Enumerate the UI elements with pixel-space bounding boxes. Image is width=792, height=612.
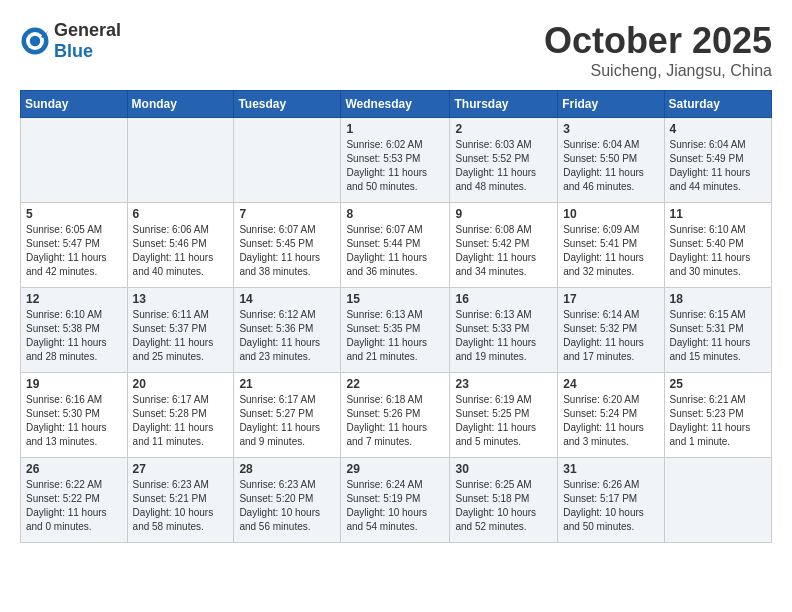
- day-number: 20: [133, 377, 229, 391]
- title-block: October 2025 Suicheng, Jiangsu, China: [544, 20, 772, 80]
- calendar-cell: 10Sunrise: 6:09 AM Sunset: 5:41 PM Dayli…: [558, 203, 664, 288]
- day-number: 24: [563, 377, 658, 391]
- day-info: Sunrise: 6:04 AM Sunset: 5:49 PM Dayligh…: [670, 138, 766, 194]
- calendar-cell: 4Sunrise: 6:04 AM Sunset: 5:49 PM Daylig…: [664, 118, 771, 203]
- weekday-header-sunday: Sunday: [21, 91, 128, 118]
- location-subtitle: Suicheng, Jiangsu, China: [544, 62, 772, 80]
- calendar-cell: 7Sunrise: 6:07 AM Sunset: 5:45 PM Daylig…: [234, 203, 341, 288]
- calendar-cell: 17Sunrise: 6:14 AM Sunset: 5:32 PM Dayli…: [558, 288, 664, 373]
- day-info: Sunrise: 6:13 AM Sunset: 5:35 PM Dayligh…: [346, 308, 444, 364]
- calendar-cell: 24Sunrise: 6:20 AM Sunset: 5:24 PM Dayli…: [558, 373, 664, 458]
- calendar-cell: 5Sunrise: 6:05 AM Sunset: 5:47 PM Daylig…: [21, 203, 128, 288]
- day-info: Sunrise: 6:26 AM Sunset: 5:17 PM Dayligh…: [563, 478, 658, 534]
- day-info: Sunrise: 6:24 AM Sunset: 5:19 PM Dayligh…: [346, 478, 444, 534]
- day-info: Sunrise: 6:10 AM Sunset: 5:38 PM Dayligh…: [26, 308, 122, 364]
- day-number: 25: [670, 377, 766, 391]
- day-number: 13: [133, 292, 229, 306]
- calendar-cell: 12Sunrise: 6:10 AM Sunset: 5:38 PM Dayli…: [21, 288, 128, 373]
- logo-icon: [20, 26, 50, 56]
- weekday-header-thursday: Thursday: [450, 91, 558, 118]
- day-info: Sunrise: 6:02 AM Sunset: 5:53 PM Dayligh…: [346, 138, 444, 194]
- calendar-cell: 13Sunrise: 6:11 AM Sunset: 5:37 PM Dayli…: [127, 288, 234, 373]
- day-info: Sunrise: 6:07 AM Sunset: 5:45 PM Dayligh…: [239, 223, 335, 279]
- calendar-cell: 2Sunrise: 6:03 AM Sunset: 5:52 PM Daylig…: [450, 118, 558, 203]
- day-number: 2: [455, 122, 552, 136]
- day-number: 6: [133, 207, 229, 221]
- calendar-cell: 22Sunrise: 6:18 AM Sunset: 5:26 PM Dayli…: [341, 373, 450, 458]
- day-number: 26: [26, 462, 122, 476]
- weekday-header-monday: Monday: [127, 91, 234, 118]
- calendar-cell: 20Sunrise: 6:17 AM Sunset: 5:28 PM Dayli…: [127, 373, 234, 458]
- calendar-table: SundayMondayTuesdayWednesdayThursdayFrid…: [20, 90, 772, 543]
- day-number: 22: [346, 377, 444, 391]
- calendar-cell: [127, 118, 234, 203]
- day-number: 3: [563, 122, 658, 136]
- day-number: 21: [239, 377, 335, 391]
- day-info: Sunrise: 6:25 AM Sunset: 5:18 PM Dayligh…: [455, 478, 552, 534]
- day-info: Sunrise: 6:13 AM Sunset: 5:33 PM Dayligh…: [455, 308, 552, 364]
- calendar-cell: 6Sunrise: 6:06 AM Sunset: 5:46 PM Daylig…: [127, 203, 234, 288]
- calendar-cell: 14Sunrise: 6:12 AM Sunset: 5:36 PM Dayli…: [234, 288, 341, 373]
- day-number: 9: [455, 207, 552, 221]
- day-info: Sunrise: 6:09 AM Sunset: 5:41 PM Dayligh…: [563, 223, 658, 279]
- weekday-header-tuesday: Tuesday: [234, 91, 341, 118]
- calendar-cell: 15Sunrise: 6:13 AM Sunset: 5:35 PM Dayli…: [341, 288, 450, 373]
- day-info: Sunrise: 6:07 AM Sunset: 5:44 PM Dayligh…: [346, 223, 444, 279]
- day-info: Sunrise: 6:20 AM Sunset: 5:24 PM Dayligh…: [563, 393, 658, 449]
- day-info: Sunrise: 6:10 AM Sunset: 5:40 PM Dayligh…: [670, 223, 766, 279]
- day-info: Sunrise: 6:08 AM Sunset: 5:42 PM Dayligh…: [455, 223, 552, 279]
- logo: General Blue: [20, 20, 121, 62]
- day-number: 31: [563, 462, 658, 476]
- day-number: 27: [133, 462, 229, 476]
- month-title: October 2025: [544, 20, 772, 62]
- calendar-cell: 30Sunrise: 6:25 AM Sunset: 5:18 PM Dayli…: [450, 458, 558, 543]
- day-info: Sunrise: 6:19 AM Sunset: 5:25 PM Dayligh…: [455, 393, 552, 449]
- day-info: Sunrise: 6:21 AM Sunset: 5:23 PM Dayligh…: [670, 393, 766, 449]
- day-info: Sunrise: 6:16 AM Sunset: 5:30 PM Dayligh…: [26, 393, 122, 449]
- day-number: 8: [346, 207, 444, 221]
- day-number: 4: [670, 122, 766, 136]
- calendar-cell: 18Sunrise: 6:15 AM Sunset: 5:31 PM Dayli…: [664, 288, 771, 373]
- calendar-week-row: 5Sunrise: 6:05 AM Sunset: 5:47 PM Daylig…: [21, 203, 772, 288]
- day-number: 17: [563, 292, 658, 306]
- day-info: Sunrise: 6:22 AM Sunset: 5:22 PM Dayligh…: [26, 478, 122, 534]
- day-info: Sunrise: 6:05 AM Sunset: 5:47 PM Dayligh…: [26, 223, 122, 279]
- calendar-cell: 1Sunrise: 6:02 AM Sunset: 5:53 PM Daylig…: [341, 118, 450, 203]
- day-number: 5: [26, 207, 122, 221]
- day-info: Sunrise: 6:17 AM Sunset: 5:27 PM Dayligh…: [239, 393, 335, 449]
- day-number: 7: [239, 207, 335, 221]
- calendar-cell: [21, 118, 128, 203]
- page-header: General Blue October 2025 Suicheng, Jian…: [20, 20, 772, 80]
- day-number: 28: [239, 462, 335, 476]
- calendar-cell: 26Sunrise: 6:22 AM Sunset: 5:22 PM Dayli…: [21, 458, 128, 543]
- day-number: 14: [239, 292, 335, 306]
- day-number: 29: [346, 462, 444, 476]
- calendar-cell: 3Sunrise: 6:04 AM Sunset: 5:50 PM Daylig…: [558, 118, 664, 203]
- calendar-cell: 21Sunrise: 6:17 AM Sunset: 5:27 PM Dayli…: [234, 373, 341, 458]
- day-number: 18: [670, 292, 766, 306]
- day-info: Sunrise: 6:23 AM Sunset: 5:20 PM Dayligh…: [239, 478, 335, 534]
- calendar-cell: 8Sunrise: 6:07 AM Sunset: 5:44 PM Daylig…: [341, 203, 450, 288]
- calendar-cell: 16Sunrise: 6:13 AM Sunset: 5:33 PM Dayli…: [450, 288, 558, 373]
- calendar-cell: 9Sunrise: 6:08 AM Sunset: 5:42 PM Daylig…: [450, 203, 558, 288]
- calendar-cell: 29Sunrise: 6:24 AM Sunset: 5:19 PM Dayli…: [341, 458, 450, 543]
- day-number: 10: [563, 207, 658, 221]
- calendar-cell: [234, 118, 341, 203]
- logo-text: General Blue: [54, 20, 121, 62]
- day-info: Sunrise: 6:23 AM Sunset: 5:21 PM Dayligh…: [133, 478, 229, 534]
- day-info: Sunrise: 6:12 AM Sunset: 5:36 PM Dayligh…: [239, 308, 335, 364]
- calendar-cell: 27Sunrise: 6:23 AM Sunset: 5:21 PM Dayli…: [127, 458, 234, 543]
- day-number: 16: [455, 292, 552, 306]
- day-number: 15: [346, 292, 444, 306]
- calendar-week-row: 12Sunrise: 6:10 AM Sunset: 5:38 PM Dayli…: [21, 288, 772, 373]
- calendar-cell: 19Sunrise: 6:16 AM Sunset: 5:30 PM Dayli…: [21, 373, 128, 458]
- weekday-header-friday: Friday: [558, 91, 664, 118]
- calendar-week-row: 19Sunrise: 6:16 AM Sunset: 5:30 PM Dayli…: [21, 373, 772, 458]
- day-number: 23: [455, 377, 552, 391]
- day-info: Sunrise: 6:18 AM Sunset: 5:26 PM Dayligh…: [346, 393, 444, 449]
- day-info: Sunrise: 6:11 AM Sunset: 5:37 PM Dayligh…: [133, 308, 229, 364]
- day-number: 1: [346, 122, 444, 136]
- calendar-cell: 28Sunrise: 6:23 AM Sunset: 5:20 PM Dayli…: [234, 458, 341, 543]
- day-number: 30: [455, 462, 552, 476]
- calendar-week-row: 26Sunrise: 6:22 AM Sunset: 5:22 PM Dayli…: [21, 458, 772, 543]
